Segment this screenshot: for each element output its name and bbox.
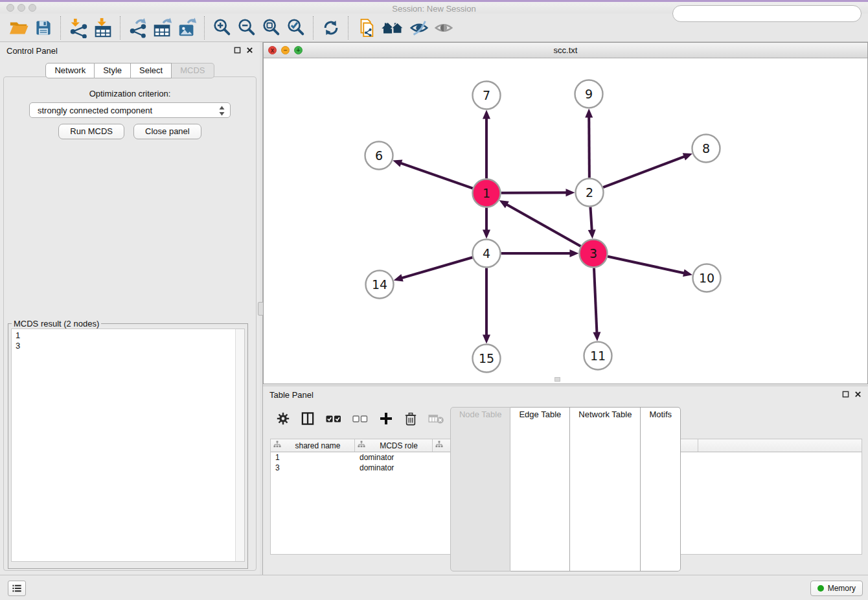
tab-edge-table[interactable]: Edge Table <box>510 407 570 571</box>
open-session-button[interactable] <box>6 16 31 40</box>
edge-arrowhead <box>683 153 692 160</box>
edge-1-6[interactable] <box>400 163 473 188</box>
save-session-button[interactable] <box>31 16 56 40</box>
result-line: 3 <box>16 341 244 351</box>
edge-2-3[interactable] <box>590 207 591 231</box>
optimization-criterion-label: Optimization criterion: <box>0 89 260 98</box>
tab-network-table[interactable]: Network Table <box>570 407 641 571</box>
zoom-out-button[interactable] <box>234 16 259 40</box>
copy-network-icon <box>356 17 376 38</box>
graph-node-label-15: 15 <box>479 351 494 365</box>
zoom-fit-button[interactable] <box>259 16 284 40</box>
toolbar-separator <box>120 16 121 40</box>
tab-style[interactable]: Style <box>95 63 131 78</box>
memory-label: Memory <box>828 584 856 593</box>
export-network-icon <box>128 17 148 38</box>
network-window-titlebar[interactable]: x – + scc.txt <box>264 43 867 58</box>
refresh-icon <box>321 18 341 38</box>
run-mcds-button[interactable]: Run MCDS <box>58 124 124 139</box>
import-network-icon <box>68 17 89 38</box>
edge-1-2[interactable] <box>501 192 567 193</box>
network-view-window: x – + scc.txt 7968124314101511 <box>263 42 868 384</box>
status-bar: Memory <box>0 575 868 600</box>
edge-2-9[interactable] <box>589 116 589 178</box>
graphics-details-button[interactable] <box>407 16 431 40</box>
refresh-network-button[interactable] <box>319 16 343 40</box>
edge-arrowhead <box>588 229 596 238</box>
control-panel: Control Panel NetworkStyleSelectMCDS Opt… <box>0 42 260 575</box>
tab-motifs[interactable]: Motifs <box>641 407 681 571</box>
edge-arrowhead <box>570 249 579 257</box>
dropdown-stepper-icon <box>219 106 225 116</box>
mcds-result-lines: 13 <box>12 329 244 351</box>
mcds-result-box[interactable]: 13 <box>11 329 245 562</box>
visibility-button[interactable] <box>431 16 456 40</box>
edge-3-1[interactable] <box>506 204 580 246</box>
tab-network[interactable]: Network <box>45 63 95 78</box>
toolbar-separator <box>60 16 62 40</box>
edge-3-11[interactable] <box>594 268 597 333</box>
edge-4-14[interactable] <box>401 257 472 278</box>
mcds-result-title: MCDS result (2 nodes) <box>12 319 101 329</box>
edge-arrowhead <box>483 230 490 239</box>
toolbar-separator <box>313 16 314 40</box>
float-table-panel-icon[interactable] <box>842 391 849 398</box>
graph-node-label-9: 9 <box>585 87 593 101</box>
export-image-icon <box>177 17 198 38</box>
edge-arrowhead <box>394 274 404 282</box>
import-table-icon <box>93 17 113 38</box>
table-panel-title: Table Panel <box>269 390 314 400</box>
graph-node-label-1: 1 <box>483 186 490 200</box>
export-table-button[interactable] <box>150 16 175 40</box>
tab-mcds[interactable]: MCDS <box>172 63 214 78</box>
edge-arrowhead <box>683 269 692 277</box>
float-panel-icon[interactable] <box>234 47 241 54</box>
graph-node-label-2: 2 <box>586 185 593 200</box>
house-icons <box>380 19 405 37</box>
tab-select[interactable]: Select <box>131 63 172 78</box>
save-floppy-icon <box>34 18 53 38</box>
memory-status-dot <box>817 585 824 592</box>
network-canvas[interactable]: 7968124314101511 <box>264 58 867 384</box>
edge-arrowhead <box>565 189 575 196</box>
zoom-selected-button[interactable] <box>284 16 308 40</box>
canvas-scroll-handle[interactable] <box>554 377 560 382</box>
result-line: 1 <box>16 330 244 341</box>
graph-node-label-10: 10 <box>699 271 714 285</box>
export-table-icon <box>152 17 173 38</box>
home-button[interactable] <box>378 16 407 40</box>
network-window-title: scc.txt <box>264 45 867 55</box>
edge-arrowhead <box>483 335 490 344</box>
copy-network-button[interactable] <box>354 16 378 40</box>
export-network-button[interactable] <box>126 16 150 40</box>
close-panel-icon[interactable] <box>246 47 253 54</box>
zoom-in-icon <box>212 17 233 38</box>
criterion-dropdown[interactable]: strongly connected component <box>29 102 231 118</box>
close-table-panel-icon[interactable] <box>854 391 862 398</box>
memory-button[interactable]: Memory <box>810 581 863 596</box>
toolbar-separator <box>348 16 349 40</box>
open-folder-icon <box>8 18 29 38</box>
table-panel: Table Panel <box>263 386 868 575</box>
edge-3-10[interactable] <box>608 257 685 273</box>
import-table-button[interactable] <box>91 16 115 40</box>
graph-node-label-11: 11 <box>590 349 606 363</box>
edge-arrowhead <box>585 108 593 117</box>
edge-2-8[interactable] <box>603 156 685 187</box>
zoom-in-button[interactable] <box>210 16 234 40</box>
graph-node-label-14: 14 <box>372 277 387 292</box>
zoom-selected-icon <box>286 17 306 38</box>
graph-node-label-3: 3 <box>589 246 597 260</box>
tab-node-table[interactable]: Node Table <box>450 407 511 571</box>
result-scrollbar[interactable] <box>235 329 244 561</box>
export-image-button[interactable] <box>175 16 200 40</box>
criterion-dropdown-value: strongly connected component <box>38 106 152 115</box>
search-input[interactable] <box>672 5 862 22</box>
import-network-button[interactable] <box>66 16 91 40</box>
graph-node-label-6: 6 <box>375 148 383 163</box>
close-panel-button[interactable]: Close panel <box>133 124 201 139</box>
zoom-out-icon <box>236 17 257 38</box>
control-panel-title: Control Panel <box>6 46 58 56</box>
control-panel-tabs: NetworkStyleSelectMCDS <box>0 63 260 78</box>
tasks-button[interactable] <box>8 581 26 596</box>
